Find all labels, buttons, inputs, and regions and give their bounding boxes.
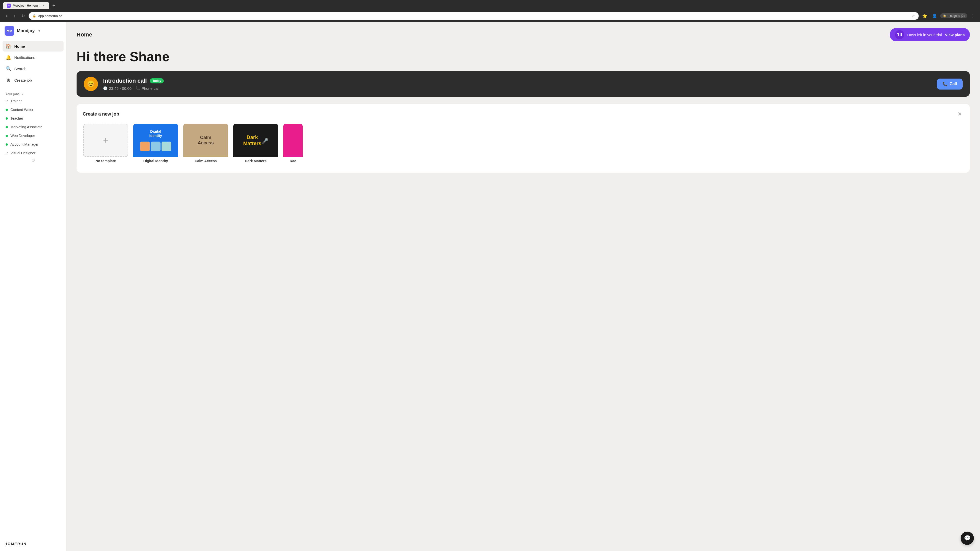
chatbot-button[interactable]: 💬 bbox=[961, 532, 974, 545]
scroll-down-icon bbox=[32, 159, 35, 162]
browser-chrome: M Moodjoy · Homerun ✕ + ‹ › ↻ 🔒 app.home… bbox=[0, 0, 980, 22]
create-job-section: Create a new job ✕ + No template Digital… bbox=[76, 104, 970, 173]
list-item[interactable]: Trainer bbox=[3, 97, 64, 105]
active-tab[interactable]: M Moodjoy · Homerun ✕ bbox=[3, 2, 49, 9]
section-header: Create a new job ✕ bbox=[83, 110, 964, 118]
jobs-list: Trainer Content Writer Teacher Marketing bbox=[0, 97, 66, 158]
intro-title: Introduction call bbox=[103, 78, 147, 84]
brand-header[interactable]: MM Moodjoy ▼ bbox=[0, 26, 66, 41]
list-item[interactable]: Content Writer bbox=[3, 106, 64, 114]
job-label: Web Developer bbox=[11, 134, 35, 138]
job-status-dot bbox=[6, 135, 8, 137]
sidebar-item-notifications[interactable]: 🔔 Notifications bbox=[3, 52, 64, 63]
today-badge: Today bbox=[150, 78, 164, 83]
create-job-title: Create a new job bbox=[83, 111, 119, 117]
list-item[interactable]: Teacher bbox=[3, 114, 64, 122]
template-label-digital-identity: Digital Identity bbox=[133, 157, 178, 164]
page-title: Home bbox=[76, 32, 92, 38]
job-label: Account Manager bbox=[11, 142, 38, 146]
brand-caret-icon: ▼ bbox=[38, 29, 41, 33]
list-item[interactable]: Web Developer bbox=[3, 132, 64, 140]
address-bar[interactable]: 🔒 app.homerun.co ☆ bbox=[29, 12, 919, 20]
trial-banner: 14 Days left in your trial View plans bbox=[890, 28, 970, 41]
template-label-rac: Rac bbox=[283, 157, 303, 164]
dark-matters-text: DarkMatters bbox=[243, 134, 261, 146]
create-job-icon: ⊕ bbox=[6, 77, 11, 83]
url-input[interactable]: app.homerun.co bbox=[38, 14, 909, 18]
job-status-dot bbox=[6, 143, 8, 146]
incognito-icon: 🕵️ bbox=[943, 14, 947, 17]
templates-grid: + No template DigitalIdentity Digita bbox=[83, 123, 964, 167]
tab-close-button[interactable]: ✕ bbox=[41, 3, 46, 8]
forward-button[interactable]: › bbox=[11, 12, 18, 19]
nav-controls: ‹ › ↻ bbox=[3, 12, 27, 19]
intro-info: Introduction call Today 🕐 23:45 - 00:00 … bbox=[103, 78, 932, 91]
digital-identity-text: DigitalIdentity bbox=[149, 129, 162, 138]
new-tab-button[interactable]: + bbox=[50, 2, 57, 9]
template-card-dark-matters[interactable]: DarkMatters 🎤 Dark Matters bbox=[233, 123, 279, 165]
job-status-dot bbox=[6, 126, 8, 128]
template-thumb-digital-identity: DigitalIdentity bbox=[133, 124, 178, 157]
profile-button[interactable]: 👤 bbox=[931, 12, 939, 20]
app-container: MM Moodjoy ▼ 🏠 Home 🔔 Notifications 🔍 bbox=[0, 22, 980, 551]
intro-title-row: Introduction call Today bbox=[103, 78, 932, 84]
call-type: Phone call bbox=[142, 86, 159, 91]
person-thumb bbox=[140, 141, 150, 151]
back-button[interactable]: ‹ bbox=[3, 12, 10, 19]
call-btn-icon: 📞 bbox=[942, 82, 948, 86]
brand-name: Moodjoy bbox=[17, 28, 35, 33]
create-job-label: Create job bbox=[14, 78, 32, 83]
main-header: Home 14 Days left in your trial View pla… bbox=[76, 28, 970, 41]
trial-text: Days left in your trial bbox=[907, 33, 942, 37]
people-row bbox=[140, 141, 171, 151]
greeting-heading: Hi there Shane bbox=[76, 49, 970, 64]
template-card-calm-access[interactable]: CalmAccess Calm Access bbox=[183, 123, 229, 165]
sidebar-item-home[interactable]: 🏠 Home bbox=[3, 41, 64, 52]
sidebar-item-create-job[interactable]: ⊕ Create job bbox=[3, 75, 64, 86]
view-plans-link[interactable]: View plans bbox=[945, 33, 965, 37]
your-jobs-label: Your jobs ▼ bbox=[0, 90, 66, 97]
bookmark-button[interactable]: ⭐ bbox=[921, 12, 929, 20]
template-card-digital-identity[interactable]: DigitalIdentity Digital Identity bbox=[133, 123, 179, 165]
search-icon: 🔍 bbox=[6, 66, 11, 71]
job-status-dot bbox=[6, 109, 8, 111]
call-button[interactable]: 📞 Call bbox=[937, 79, 963, 89]
lock-icon: 🔒 bbox=[32, 14, 36, 17]
intro-time: 23:45 - 00:00 bbox=[109, 86, 131, 91]
close-create-job-button[interactable]: ✕ bbox=[956, 110, 964, 118]
menu-button[interactable]: ⋮ bbox=[969, 12, 977, 20]
person-thumb bbox=[151, 141, 161, 151]
homerun-wordmark: HOMERUN bbox=[5, 542, 27, 546]
scroll-indicator bbox=[0, 158, 66, 163]
notifications-label: Notifications bbox=[14, 56, 35, 60]
list-item[interactable]: Marketing Associate bbox=[3, 123, 64, 131]
template-label-no-template: No template bbox=[83, 157, 128, 164]
sidebar: MM Moodjoy ▼ 🏠 Home 🔔 Notifications 🔍 bbox=[0, 22, 66, 551]
clock-icon: 🕐 bbox=[103, 86, 107, 90]
sidebar-item-search[interactable]: 🔍 Search bbox=[3, 63, 64, 74]
search-label: Search bbox=[14, 67, 27, 71]
home-icon: 🏠 bbox=[6, 43, 11, 49]
reload-button[interactable]: ↻ bbox=[19, 12, 27, 19]
incognito-badge[interactable]: 🕵️ Incognito (2) bbox=[940, 13, 967, 18]
job-label: Content Writer bbox=[11, 108, 33, 112]
intro-call-card: 😊 Introduction call Today 🕐 23:45 - 00:0… bbox=[76, 71, 970, 97]
template-label-calm-access: Calm Access bbox=[183, 157, 228, 164]
call-type-meta: 📞 Phone call bbox=[135, 86, 159, 91]
sidebar-logo: HOMERUN bbox=[0, 538, 66, 547]
template-card-no-template[interactable]: + No template bbox=[83, 123, 129, 165]
job-label: Marketing Associate bbox=[11, 125, 42, 129]
template-thumb-calm-access: CalmAccess bbox=[183, 124, 228, 157]
list-item[interactable]: Account Manager bbox=[3, 140, 64, 148]
template-card-rac[interactable]: Rac bbox=[283, 123, 303, 165]
phone-icon: 📞 bbox=[135, 86, 140, 90]
notifications-icon: 🔔 bbox=[6, 55, 11, 60]
sidebar-navigation: 🏠 Home 🔔 Notifications 🔍 Search ⊕ bbox=[0, 41, 66, 86]
intro-avatar: 😊 bbox=[84, 77, 98, 91]
job-status-dot bbox=[6, 152, 8, 154]
brand-avatar: MM bbox=[5, 26, 14, 36]
person-thumb bbox=[162, 141, 171, 151]
intro-meta: 🕐 23:45 - 00:00 📞 Phone call bbox=[103, 86, 932, 91]
job-label: Teacher bbox=[11, 116, 23, 121]
list-item[interactable]: Visual Designer bbox=[3, 149, 64, 157]
